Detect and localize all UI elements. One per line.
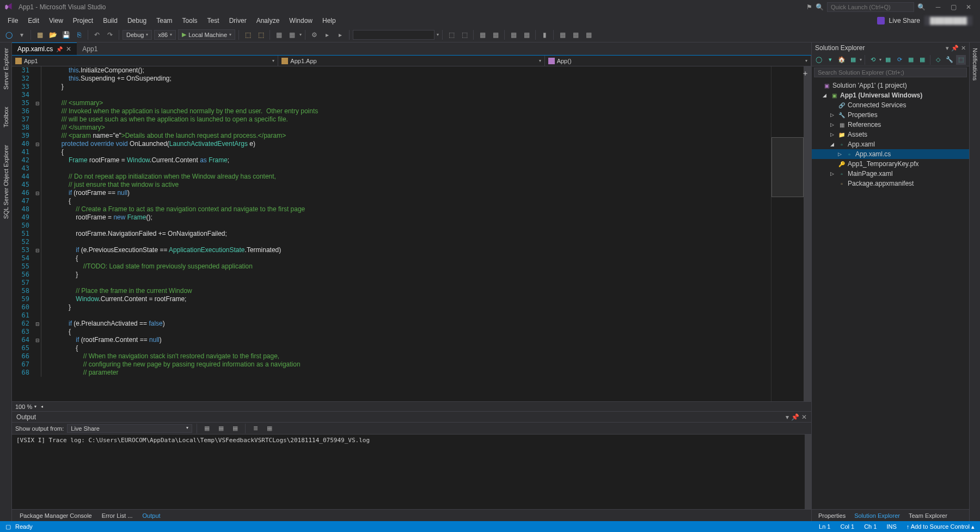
undo-icon[interactable]: ↶ <box>91 29 102 40</box>
zoom-level[interactable]: 100 % <box>15 403 32 410</box>
tb-i8[interactable]: ▦ <box>490 29 501 40</box>
se-back-icon[interactable]: ◯ <box>814 55 824 65</box>
se-i6[interactable]: ◇ <box>933 55 943 65</box>
se-home-icon[interactable]: 🏠 <box>837 55 847 65</box>
close-tab-icon[interactable]: ✕ <box>66 45 71 53</box>
tree-node[interactable]: ▷📁Assets <box>812 130 969 139</box>
process-icon[interactable]: ⚙ <box>309 29 320 40</box>
tb-i12[interactable]: ▦ <box>557 29 568 40</box>
tb-i9[interactable]: ▦ <box>508 29 519 40</box>
code-minimap[interactable] <box>771 66 804 401</box>
se-sync-icon[interactable]: ⟲ <box>868 55 878 65</box>
tree-node[interactable]: ▷🔧Properties <box>812 110 969 120</box>
se-i7[interactable]: ⬚ <box>956 55 966 65</box>
tb-i10[interactable]: ▦ <box>521 29 532 40</box>
open-icon[interactable]: 📂 <box>47 29 58 40</box>
output-body[interactable]: [VSIX I] Trace log: C:\Users\EUROCOM\App… <box>12 435 805 509</box>
output-i5[interactable]: ▦ <box>264 423 275 434</box>
bottom-tab[interactable]: Error List ... <box>97 511 137 520</box>
close-button[interactable]: ✕ <box>961 1 976 13</box>
left-tab-sql-server-object-explorer[interactable]: SQL Server Object Explorer <box>2 142 10 222</box>
project-node[interactable]: ◢▣App1 (Universal Windows) <box>812 90 969 100</box>
output-source-combo[interactable]: Live Share▾ <box>67 424 192 433</box>
fold-gutter[interactable]: ⊟⊟⊟⊟⊟⊟ <box>34 66 41 401</box>
back-button[interactable]: ◯ <box>3 29 14 40</box>
tb-continue[interactable]: ▸ <box>335 29 346 40</box>
right-bottom-tab[interactable]: Solution Explorer <box>850 511 904 520</box>
menu-tools[interactable]: Tools <box>178 16 202 26</box>
solution-tree[interactable]: ▣Solution 'App1' (1 project)◢▣App1 (Univ… <box>812 78 969 509</box>
output-dropdown-icon[interactable]: ▾ <box>786 413 789 421</box>
tree-node[interactable]: ▷▫App.xaml.cs <box>812 149 969 159</box>
tb-i14[interactable]: ▦ <box>583 29 594 40</box>
se-pin-icon[interactable]: 📌 <box>951 45 959 52</box>
tb-i11[interactable]: ▮ <box>539 29 550 40</box>
user-account[interactable]: ████████ <box>924 16 972 26</box>
quick-launch-search-icon[interactable]: 🔍 <box>917 3 926 11</box>
menu-edit[interactable]: Edit <box>23 16 44 26</box>
live-share-button[interactable]: Live Share <box>889 17 920 25</box>
notifications-tab[interactable]: Notifications <box>971 45 979 84</box>
output-wrap-icon[interactable]: ▦ <box>230 423 241 434</box>
doc-tab[interactable]: App.xaml.cs📌✕ <box>12 42 77 55</box>
left-tab-server-explorer[interactable]: Server Explorer <box>2 45 10 93</box>
redo-icon[interactable]: ↷ <box>105 29 115 40</box>
start-debug-button[interactable]: ▶Local Machine▾ <box>178 29 235 40</box>
flag-icon[interactable]: ⚑ <box>806 3 812 11</box>
se-i2[interactable]: ▦ <box>848 55 858 65</box>
se-close-icon[interactable]: ✕ <box>961 45 966 52</box>
tree-node[interactable]: ▷▫MainPage.xaml <box>812 169 969 179</box>
left-tab-toolbox[interactable]: Toolbox <box>2 103 10 131</box>
thread-combo[interactable] <box>353 30 434 40</box>
tb-i6[interactable]: ⬚ <box>459 29 470 40</box>
tb-i13[interactable]: ▦ <box>570 29 581 40</box>
se-i4[interactable]: ▦ <box>906 55 916 65</box>
menu-window[interactable]: Window <box>285 16 317 26</box>
pin-icon[interactable]: 📌 <box>56 46 63 52</box>
live-share-icon[interactable] <box>877 17 885 25</box>
tb-play-small[interactable]: ▸ <box>322 29 333 40</box>
search-icon[interactable]: 🔍 <box>816 3 824 11</box>
menu-help[interactable]: Help <box>318 16 340 26</box>
menu-team[interactable]: Team <box>152 16 176 26</box>
code-area[interactable]: this.InitializeComponent(); this.Suspend… <box>41 66 771 401</box>
output-close-icon[interactable]: ✕ <box>801 413 807 421</box>
menu-driver[interactable]: Driver <box>225 16 251 26</box>
code-editor[interactable]: ＋ 31323334353637383940414243444546474849… <box>12 66 811 401</box>
right-bottom-tab[interactable]: Team Explorer <box>904 511 952 520</box>
tb-icon-1[interactable]: ⬚ <box>242 29 253 40</box>
se-i5[interactable]: ▦ <box>917 55 927 65</box>
new-project-icon[interactable]: ▦ <box>34 29 45 40</box>
bottom-tab[interactable]: Package Manager Console <box>15 511 96 520</box>
tree-node[interactable]: ▷▦References <box>812 120 969 130</box>
se-i3[interactable]: ▦ <box>883 55 893 65</box>
solution-root[interactable]: ▣Solution 'App1' (1 project) <box>812 81 969 90</box>
bottom-tab[interactable]: Output <box>138 511 165 520</box>
tb-i7[interactable]: ▦ <box>477 29 488 40</box>
solution-config-combo[interactable]: Debug▾ <box>122 30 152 40</box>
menu-analyze[interactable]: Analyze <box>252 16 284 26</box>
right-bottom-tab[interactable]: Properties <box>814 511 850 520</box>
forward-button[interactable]: ▾ <box>16 29 27 40</box>
nav-project-combo[interactable]: App1▾ <box>12 56 278 66</box>
solution-platform-combo[interactable]: x86▾ <box>154 30 176 40</box>
se-wrench-icon[interactable]: 🔧 <box>945 55 954 65</box>
tree-node[interactable]: ◢▫App.xaml <box>812 139 969 149</box>
menu-debug[interactable]: Debug <box>123 16 151 26</box>
menu-build[interactable]: Build <box>99 16 122 26</box>
doc-tab[interactable]: App1 <box>77 42 103 55</box>
menu-view[interactable]: View <box>45 16 68 26</box>
menu-project[interactable]: Project <box>69 16 97 26</box>
output-clear-icon[interactable]: ▦ <box>201 423 212 434</box>
output-scrollbar[interactable] <box>805 435 811 509</box>
nav-class-combo[interactable]: App1.App▾ <box>278 56 544 66</box>
se-i1[interactable]: ▾ <box>825 55 835 65</box>
tb-icon-3[interactable]: ▦ <box>273 29 284 40</box>
status-source-control[interactable]: ↑ Add to Source Control ▴ <box>906 523 975 530</box>
save-icon[interactable]: 💾 <box>60 29 71 40</box>
menu-test[interactable]: Test <box>203 16 224 26</box>
output-toggle-icon[interactable]: ▦ <box>216 423 226 434</box>
nav-member-combo[interactable]: App()▾ <box>545 56 811 66</box>
menu-file[interactable]: File <box>3 16 22 26</box>
tb-i5[interactable]: ⬚ <box>446 29 457 40</box>
